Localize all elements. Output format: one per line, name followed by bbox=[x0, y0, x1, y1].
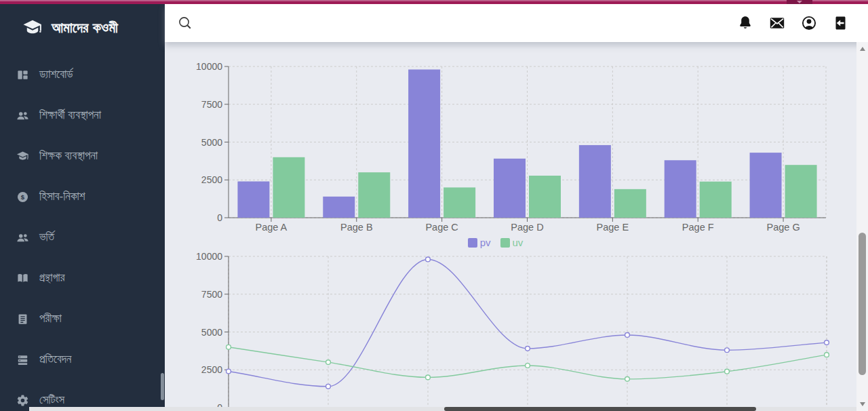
legend-item-uv[interactable]: uv bbox=[500, 237, 524, 248]
sidebar-item-accounts[interactable]: $হিসাব-নিকাশ bbox=[0, 176, 165, 217]
bar-uv-page-c[interactable] bbox=[443, 187, 475, 218]
sidebar-item-reports[interactable]: প্রতিবেদন bbox=[0, 339, 165, 380]
messages-icon[interactable] bbox=[769, 15, 785, 31]
legend-label: uv bbox=[513, 237, 524, 248]
topbar-actions bbox=[737, 4, 849, 42]
dot-uv-page-g[interactable] bbox=[825, 353, 829, 357]
vertical-scrollbar[interactable] bbox=[856, 42, 868, 411]
bar-uv-page-g[interactable] bbox=[785, 165, 817, 218]
main-content: 025005000750010000Page APage BPage CPage… bbox=[165, 42, 868, 411]
bar-pv-page-g[interactable] bbox=[750, 153, 782, 218]
bar-chart-ytick-label: 7500 bbox=[201, 99, 222, 110]
graduation-cap-icon bbox=[16, 150, 29, 163]
bar-chart-ytick-label: 0 bbox=[217, 212, 222, 223]
sidebar-scrollbar-thumb[interactable] bbox=[161, 373, 164, 400]
bar-chart-ytick-label: 10000 bbox=[196, 61, 222, 72]
legend-item-pv[interactable]: pv bbox=[468, 237, 491, 248]
profile-icon[interactable] bbox=[801, 15, 817, 31]
bar-pv-page-d[interactable] bbox=[494, 159, 526, 218]
line-chart-ytick-label: 7500 bbox=[201, 289, 222, 300]
dot-uv-page-e[interactable] bbox=[625, 376, 630, 381]
dashboard-icon bbox=[16, 68, 29, 81]
sidebar: আমাদের কওমী ড্যাশবোর্ডশিক্ষার্থী ব্যবস্থ… bbox=[0, 4, 165, 411]
scroll-up-arrow-icon[interactable] bbox=[856, 43, 868, 54]
sidebar-item-dashboard[interactable]: ড্যাশবোর্ড bbox=[0, 54, 165, 95]
book-open-icon bbox=[16, 272, 29, 285]
document-lines-icon bbox=[16, 313, 29, 326]
bar-chart-xtick-label: Page C bbox=[425, 222, 458, 233]
bar-chart-xtick-label: Page G bbox=[766, 222, 800, 233]
bar-uv-page-a[interactable] bbox=[273, 157, 304, 218]
horizontal-scrollbar-thumb[interactable] bbox=[444, 407, 756, 411]
svg-text:$: $ bbox=[21, 193, 25, 200]
sidebar-item-label: হিসাব-নিকাশ bbox=[39, 190, 85, 203]
bar-pv-page-b[interactable] bbox=[323, 197, 355, 218]
bar-chart-legend: pvuv bbox=[190, 237, 801, 248]
gear-icon bbox=[16, 394, 29, 407]
brand-title: আমাদের কওমী bbox=[52, 20, 118, 36]
dot-uv-page-a[interactable] bbox=[226, 345, 231, 349]
topbar bbox=[165, 4, 868, 42]
bar-pv-page-f[interactable] bbox=[665, 160, 696, 218]
dollar-circle-icon: $ bbox=[16, 191, 29, 203]
sidebar-nav: ড্যাশবোর্ডশিক্ষার্থী ব্যবস্থাপনাশিক্ষক ব… bbox=[0, 54, 165, 411]
sidebar-item-teachers[interactable]: শিক্ষক ব্যবস্থাপনা bbox=[0, 136, 165, 176]
legend-label: pv bbox=[480, 237, 491, 248]
logout-icon[interactable] bbox=[833, 15, 849, 31]
strip-pull-tab[interactable] bbox=[787, 0, 812, 4]
bar-uv-page-d[interactable] bbox=[529, 176, 561, 218]
sidebar-item-label: শিক্ষক ব্যবস্থাপনা bbox=[39, 149, 98, 163]
strip-highlight bbox=[0, 0, 868, 1]
sidebar-item-label: পরীক্ষা bbox=[39, 312, 62, 326]
bar-chart-ytick-label: 2500 bbox=[201, 174, 222, 185]
dot-uv-page-b[interactable] bbox=[326, 360, 331, 365]
bar-chart-xtick-label: Page E bbox=[597, 222, 629, 233]
bar-chart-xtick-label: Page F bbox=[682, 222, 714, 233]
sidebar-item-library[interactable]: গ্রন্থাগার bbox=[0, 258, 165, 298]
graduation-cap-icon bbox=[22, 18, 43, 38]
dot-uv-page-f[interactable] bbox=[725, 369, 730, 374]
vertical-scrollbar-thumb[interactable] bbox=[859, 233, 866, 375]
scroll-down-arrow-icon[interactable] bbox=[856, 399, 868, 410]
sidebar-item-label: গ্রন্থাগার bbox=[39, 271, 64, 285]
legend-swatch-pv bbox=[468, 238, 477, 248]
users-icon bbox=[16, 109, 29, 122]
sidebar-item-exams[interactable]: পরীক্ষা bbox=[0, 298, 165, 339]
bar-pv-page-a[interactable] bbox=[237, 181, 269, 218]
dot-pv-page-b[interactable] bbox=[326, 384, 331, 389]
bar-uv-page-f[interactable] bbox=[700, 182, 732, 218]
dot-pv-page-d[interactable] bbox=[526, 346, 530, 351]
bar-pv-page-c[interactable] bbox=[408, 69, 440, 218]
bar-pv-page-e[interactable] bbox=[579, 145, 611, 218]
sidebar-item-admission[interactable]: ভর্তি bbox=[0, 217, 165, 258]
dot-pv-page-f[interactable] bbox=[725, 348, 730, 353]
dot-pv-page-c[interactable] bbox=[426, 257, 431, 262]
search-icon[interactable] bbox=[177, 15, 193, 31]
bar-chart-ytick-label: 5000 bbox=[201, 137, 222, 148]
line-chart-ytick-label: 2500 bbox=[201, 364, 222, 375]
dot-uv-page-c[interactable] bbox=[426, 375, 431, 380]
users-icon bbox=[16, 231, 29, 244]
sidebar-item-label: সেটিংস bbox=[39, 393, 64, 407]
sidebar-item-students[interactable]: শিক্ষার্থী ব্যবস্থাপনা bbox=[0, 95, 165, 136]
report-stack-icon bbox=[16, 353, 29, 366]
bar-chart-xtick-label: Page B bbox=[340, 222, 373, 233]
top-accent-strip bbox=[0, 0, 868, 4]
brand: আমাদের কওমী bbox=[0, 4, 165, 38]
dot-uv-page-d[interactable] bbox=[526, 364, 530, 368]
dot-pv-page-g[interactable] bbox=[825, 340, 829, 345]
bar-chart-xtick-label: Page D bbox=[511, 222, 543, 233]
sidebar-item-label: প্রতিবেদন bbox=[39, 353, 71, 366]
dot-pv-page-a[interactable] bbox=[226, 369, 231, 374]
bar-uv-page-e[interactable] bbox=[614, 189, 646, 218]
dot-pv-page-e[interactable] bbox=[625, 333, 630, 338]
notifications-icon[interactable] bbox=[737, 15, 753, 31]
line-chart-grid bbox=[229, 256, 827, 408]
bar-uv-page-b[interactable] bbox=[358, 172, 390, 218]
horizontal-scrollbar[interactable] bbox=[29, 407, 856, 411]
line-chart-ytick-label: 5000 bbox=[201, 327, 222, 338]
sidebar-item-label: ড্যাশবোর্ড bbox=[39, 68, 73, 81]
charts-canvas: 025005000750010000Page APage BPage CPage… bbox=[165, 42, 868, 411]
line-chart-axes: 025005000750010000 bbox=[196, 251, 827, 411]
bar-chart-xtick-label: Page A bbox=[256, 222, 288, 233]
